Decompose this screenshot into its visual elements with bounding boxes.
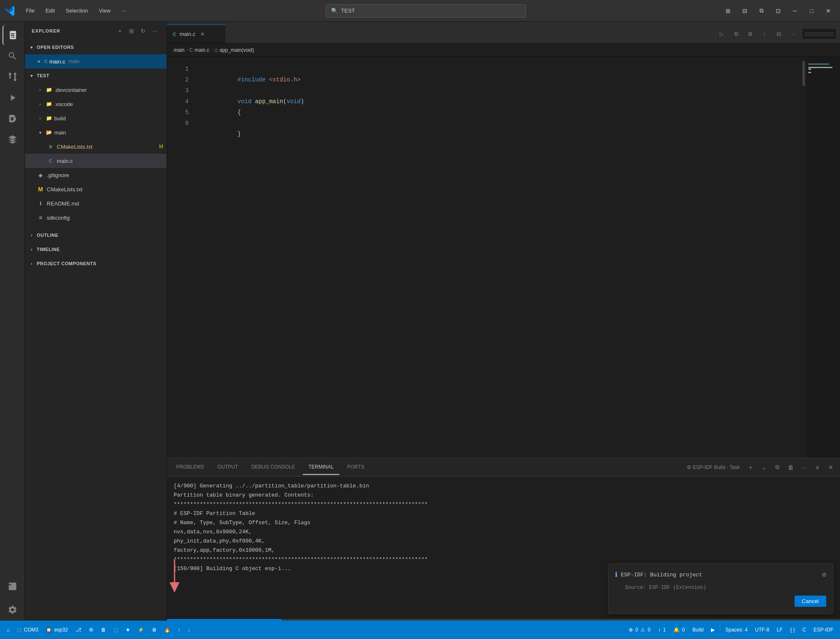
status-download[interactable]: ↓ — [185, 622, 194, 637]
open-editor-main-c[interactable]: ✕ C main.c main — [25, 54, 167, 68]
layout-btn[interactable]: ⊡ — [771, 4, 786, 18]
status-com3[interactable]: ⬚ COM3 — [14, 622, 42, 637]
tree-cmake-main[interactable]: ≡ CMakeLists.txt M — [25, 139, 167, 154]
menu-bar: File Edit Selection View ··· — [21, 6, 131, 15]
terminal-line-8b: ****************************************… — [174, 555, 833, 564]
terminal-collapse-btn[interactable]: ∧ — [812, 462, 823, 473]
tab-terminal[interactable]: TERMINAL — [303, 460, 340, 475]
menu-file[interactable]: File — [21, 6, 40, 15]
layout-toggle-btn[interactable]: ⊞ — [721, 4, 736, 18]
status-spaces[interactable]: Spaces: 4 — [722, 622, 751, 637]
code-content[interactable]: #include <stdio.h> void app_main(void) {… — [192, 57, 801, 458]
status-settings-gear[interactable]: ⚙ — [86, 622, 97, 637]
sidebar-toggle-btn[interactable]: ⧉ — [754, 4, 769, 18]
notification-cancel-btn[interactable]: Cancel — [794, 596, 826, 607]
terminal-layout-btn[interactable]: ⧉ — [772, 462, 783, 473]
tree-main-folder[interactable]: ▾ 📂 main — [25, 125, 167, 139]
tree-main-c[interactable]: C main.c — [25, 154, 167, 168]
status-errors[interactable]: ⊗ 0 ⚠ 0 — [625, 622, 654, 637]
breadcrumb-main-folder[interactable]: main — [174, 47, 185, 53]
tree-sdkconfig[interactable]: ≡ sdkconfig — [25, 210, 167, 225]
status-flash[interactable]: ⚡ — [134, 622, 147, 637]
tab-output[interactable]: OUTPUT — [212, 460, 244, 475]
status-language-mode[interactable]: { } — [787, 622, 798, 637]
maximize-btn[interactable]: □ — [804, 4, 819, 18]
status-notifications[interactable]: 🔔 0 — [670, 622, 688, 637]
terminal-close-btn[interactable]: ✕ — [825, 462, 837, 473]
panel-toggle-btn[interactable]: ⊟ — [737, 4, 752, 18]
activity-explorer[interactable] — [3, 25, 23, 45]
status-remote[interactable]: ⌂ — [3, 622, 13, 637]
notification-settings-btn[interactable]: ⚙ — [822, 571, 826, 580]
code-editor[interactable]: 1 2 3 4 5 6 #include <stdio.h> void app_… — [167, 57, 840, 458]
breadcrumb-function[interactable]: app_main(void) — [220, 47, 254, 53]
status-run-arrow[interactable]: ▶ — [708, 622, 718, 637]
activity-esp-idf[interactable] — [3, 129, 23, 150]
status-upload[interactable]: ↑ — [175, 622, 184, 637]
activity-source-control[interactable] — [3, 67, 23, 87]
sidebar-more-btn[interactable]: ··· — [150, 26, 160, 36]
terminal-split-btn[interactable]: ⌄ — [758, 462, 770, 473]
status-esp32[interactable]: 🔲 esp32 — [43, 622, 71, 637]
sidebar-refresh-btn[interactable]: ↻ — [138, 26, 148, 36]
activity-run[interactable] — [3, 88, 23, 108]
settings-btn[interactable]: ⚙ — [744, 28, 757, 40]
status-fire[interactable]: 🔥 — [161, 622, 174, 637]
menu-selection[interactable]: Selection — [61, 6, 93, 15]
activity-extensions[interactable] — [3, 109, 23, 129]
tree-readme[interactable]: ℹ README.md — [25, 196, 167, 210]
breadcrumb-file[interactable]: main.c — [195, 47, 209, 53]
section-timeline[interactable]: › TIMELINE — [25, 242, 167, 256]
tab-problems[interactable]: PROBLEMS — [170, 460, 210, 475]
scrollbar-track[interactable] — [801, 57, 807, 458]
search-box[interactable]: 🔍 TEST — [326, 4, 526, 18]
tree-gitignore[interactable]: ◈ .gitignore — [25, 168, 167, 182]
sdkconfig-label: sdkconfig — [47, 215, 70, 221]
activity-search[interactable] — [3, 46, 23, 66]
minimize-btn[interactable]: ─ — [787, 4, 802, 18]
menu-view[interactable]: View — [94, 6, 116, 15]
section-open-editors[interactable]: ▾ OPEN EDITORS — [25, 40, 167, 54]
split-editor-btn[interactable]: ⧉ — [730, 28, 742, 40]
status-encoding[interactable]: UTF-8 — [752, 622, 773, 637]
section-project-components[interactable]: › PROJECT COMPONENTS — [25, 256, 167, 271]
terminal-content[interactable]: [4/900] Generating ../../partition_table… — [167, 477, 840, 621]
status-esp-idf[interactable]: ESP-IDF — [810, 622, 837, 637]
tab-ports[interactable]: PORTS — [341, 460, 370, 475]
sidebar-new-file-btn[interactable]: + — [115, 26, 125, 36]
scrollbar-thumb[interactable] — [802, 61, 805, 86]
sidebar-new-folder-btn[interactable]: ⊞ — [127, 26, 137, 36]
tree-vscode[interactable]: › 📁 .vscode — [25, 97, 167, 111]
tab-debug-console[interactable]: DEBUG CONSOLE — [245, 460, 301, 475]
tab-close-btn[interactable]: ✕ — [199, 30, 206, 38]
menu-more[interactable]: ··· — [116, 6, 131, 15]
language-brackets: { } — [790, 627, 795, 633]
status-build[interactable]: Build — [689, 622, 707, 637]
tree-devcontainer[interactable]: › 📁 .devcontainer — [25, 83, 167, 97]
activity-settings[interactable] — [3, 600, 23, 620]
tree-cmake-root[interactable]: M CMakeLists.txt — [25, 182, 167, 196]
close-btn[interactable]: ✕ — [821, 4, 836, 18]
section-test-project[interactable]: ▾ TEST — [25, 68, 167, 83]
terminal-more-btn[interactable]: ··· — [798, 462, 810, 473]
tab-main-c[interactable]: C main.c ✕ — [167, 25, 225, 43]
status-source-control[interactable]: ⎇ — [72, 622, 85, 637]
section-outline[interactable]: › OUTLINE — [25, 228, 167, 242]
status-line-ending[interactable]: LF — [774, 622, 786, 637]
status-terminal2[interactable]: ⬚ — [110, 622, 121, 637]
terminal-trash-btn[interactable]: 🗑 — [785, 462, 797, 473]
publish-btn[interactable]: ↑ — [758, 28, 771, 40]
line-num-4: 4 — [167, 96, 189, 107]
run-code-btn[interactable]: ▷ — [716, 28, 728, 40]
new-terminal-btn[interactable]: + — [745, 462, 757, 473]
activity-remote[interactable] — [3, 576, 23, 596]
toggle-panel-btn[interactable]: ⊟ — [772, 28, 785, 40]
status-trash[interactable]: 🗑 — [98, 622, 109, 637]
status-file-type[interactable]: C — [799, 622, 810, 637]
more-tab-btn[interactable]: ··· — [787, 28, 799, 40]
status-git-sync[interactable]: ↕ 1 — [655, 622, 669, 637]
status-monitor[interactable]: 🖥 — [148, 622, 160, 637]
tree-build[interactable]: › 📁 build — [25, 111, 167, 125]
status-star[interactable]: ★ — [122, 622, 134, 637]
menu-edit[interactable]: Edit — [40, 6, 60, 15]
